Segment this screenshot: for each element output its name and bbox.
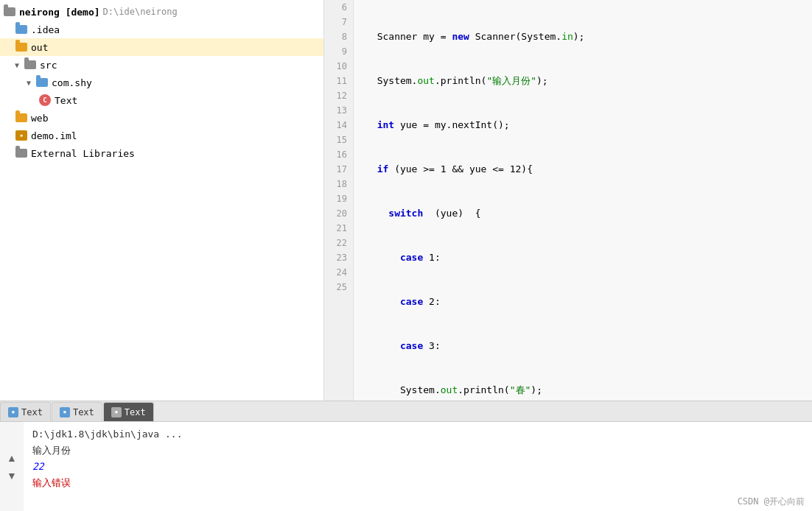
tab-2[interactable]: ▪ Text: [52, 402, 102, 421]
tab2-icon: ▪: [60, 407, 70, 417]
sidebar-item-text-java[interactable]: C Text: [0, 91, 323, 109]
console-wrapper: ▲ ▼ D:\jdk1.8\jdk\bin\java ... 输入月份 22 输…: [0, 422, 812, 511]
console-line-3: 22: [32, 459, 803, 475]
project-name: neirong: [19, 7, 60, 18]
code-editor[interactable]: Scanner my = new Scanner(System.in); Sys…: [354, 0, 812, 401]
bottom-panel: ▪ Text ▪ Text ▪ Text ▲ ▼ D:\jdk1.8\jdk\b…: [0, 401, 812, 511]
code-line-8: int yue = my.nextInt();: [365, 118, 800, 133]
console-input-label: 输入月份: [32, 443, 71, 459]
code-content[interactable]: 6 7 8 9 10 11 12 13 14 15 16 17 18 19 20…: [324, 0, 812, 401]
console-line-2: 输入月份: [32, 443, 803, 459]
sidebar-item-out-label: out: [31, 42, 48, 53]
tab3-label: Text: [125, 407, 146, 417]
folder-idea-icon: [15, 23, 28, 36]
scroll-down-button[interactable]: ▼: [4, 468, 19, 483]
sidebar-item-text-label: Text: [55, 95, 77, 106]
folder-src-icon: [24, 58, 37, 71]
com-shy-chevron: ▼: [27, 79, 34, 87]
sidebar-item-project[interactable]: neirong [demo] D:\ide\neirong: [0, 3, 323, 21]
sidebar-item-ext-libs-label: External Libraries: [31, 148, 135, 159]
sidebar-item-com-shy[interactable]: ▼ com.shy: [0, 74, 323, 91]
nav-buttons: ▲ ▼: [0, 422, 24, 511]
console-number: 22: [32, 459, 44, 475]
main-area: neirong [demo] D:\ide\neirong .idea out …: [0, 0, 812, 401]
tab-1[interactable]: ▪ Text: [0, 402, 51, 421]
code-line-12: case 2:: [365, 295, 800, 309]
console-line-4: 输入错误: [32, 475, 803, 491]
folder-out-icon: [15, 40, 28, 54]
editor-area: 6 7 8 9 10 11 12 13 14 15 16 17 18 19 20…: [324, 0, 812, 401]
project-path: D:\ide\neirong: [103, 7, 178, 17]
code-line-13: case 3:: [365, 339, 800, 353]
line-numbers: 6 7 8 9 10 11 12 13 14 15 16 17 18 19 20…: [324, 0, 354, 401]
sidebar-item-com-shy-label: com.shy: [52, 77, 92, 88]
tab-3[interactable]: ▪ Text: [103, 402, 154, 421]
sidebar-item-demo-iml-label: demo.iml: [31, 130, 77, 141]
sidebar-item-out[interactable]: out: [0, 38, 323, 56]
code-line-14: System.out.println("春");: [365, 383, 800, 398]
tab3-icon: ▪: [111, 407, 122, 417]
console-path: D:\jdk1.8\jdk\bin\java ...: [32, 426, 183, 443]
java-file-icon: C: [38, 94, 52, 107]
console-output: D:\jdk1.8\jdk\bin\java ... 输入月份 22 输入错误: [24, 422, 812, 511]
sidebar-item-idea-label: .idea: [31, 24, 60, 35]
sidebar-item-web[interactable]: web: [0, 109, 323, 127]
console-error: 输入错误: [32, 475, 71, 491]
sidebar-item-idea[interactable]: .idea: [0, 21, 323, 38]
console-line-1: D:\jdk1.8\jdk\bin\java ...: [32, 426, 803, 443]
tab1-icon: ▪: [8, 407, 18, 417]
sidebar-item-ext-libs[interactable]: External Libraries: [0, 144, 323, 162]
code-line-11: case 1:: [365, 250, 800, 265]
tab1-label: Text: [21, 407, 43, 417]
sidebar-item-src-label: src: [40, 60, 57, 71]
code-line-10: switch (yue) {: [365, 206, 800, 221]
tab2-label: Text: [73, 407, 94, 417]
code-line-9: if (yue >= 1 && yue <= 12){: [365, 162, 800, 177]
tabs-bar: ▪ Text ▪ Text ▪ Text: [0, 401, 812, 422]
project-tag: [demo]: [60, 7, 100, 18]
scroll-up-button[interactable]: ▲: [4, 451, 19, 465]
ext-libs-icon: [15, 147, 28, 160]
sidebar-item-src[interactable]: ▼ src: [0, 56, 323, 74]
iml-file-icon: ▪: [15, 129, 28, 142]
folder-com-shy-icon: [35, 76, 49, 89]
code-line-6: Scanner my = new Scanner(System.in);: [365, 29, 800, 44]
code-line-7: System.out.println("输入月份");: [365, 74, 800, 88]
sidebar: neirong [demo] D:\ide\neirong .idea out …: [0, 0, 324, 401]
src-chevron: ▼: [15, 61, 22, 69]
project-icon: [3, 5, 16, 18]
watermark: CSDN @开心向前: [738, 496, 805, 508]
sidebar-item-web-label: web: [31, 113, 48, 124]
sidebar-item-demo-iml[interactable]: ▪ demo.iml: [0, 127, 323, 144]
folder-web-icon: [15, 111, 28, 124]
